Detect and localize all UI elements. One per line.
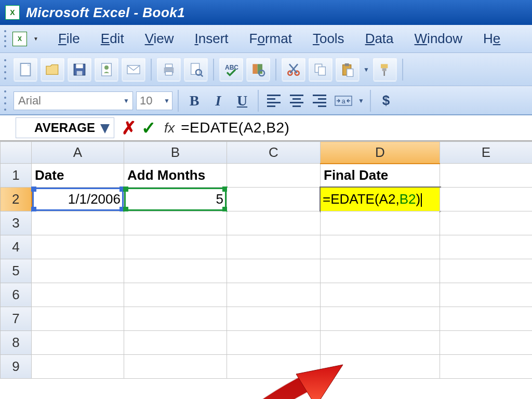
fx-icon[interactable]: fx <box>164 120 175 136</box>
cell-B4[interactable] <box>124 235 227 259</box>
italic-button[interactable]: I <box>208 90 229 111</box>
menu-help[interactable]: He <box>483 31 500 47</box>
cell-B2[interactable]: 5 <box>124 188 227 211</box>
cell-C9[interactable] <box>227 355 321 379</box>
menu-file[interactable]: File <box>58 31 80 47</box>
merge-center-button[interactable]: a <box>332 91 354 111</box>
cell-A2[interactable]: 1/1/2006 <box>32 188 124 211</box>
toolbar-grip-icon[interactable] <box>4 89 8 113</box>
font-selector[interactable]: Arial▼ <box>14 91 133 110</box>
cell-D4[interactable] <box>321 235 440 259</box>
row-header-2[interactable]: 2 <box>1 188 32 211</box>
name-box[interactable]: AVERAGE <box>16 117 114 138</box>
menu-tools[interactable]: Tools <box>313 31 344 47</box>
row-header-5[interactable]: 5 <box>1 259 32 283</box>
cell-A9[interactable] <box>32 355 124 379</box>
toolbar-grip-icon[interactable] <box>4 29 8 49</box>
research-button[interactable] <box>246 58 270 82</box>
cell-E4[interactable] <box>440 235 533 259</box>
cell-C2[interactable] <box>227 188 321 211</box>
cell-B9[interactable] <box>124 355 227 379</box>
align-right-button[interactable] <box>310 91 329 111</box>
row-header-4[interactable]: 4 <box>1 235 32 259</box>
cell-A8[interactable] <box>32 331 124 355</box>
cell-B1[interactable]: Add Months <box>124 164 227 188</box>
row-header-3[interactable]: 3 <box>1 211 32 235</box>
cell-E9[interactable] <box>440 355 533 379</box>
enter-icon[interactable]: ✓ <box>141 117 156 138</box>
menu-edit[interactable]: Edit <box>101 31 124 47</box>
select-all-corner[interactable] <box>1 142 32 164</box>
cell-C6[interactable] <box>227 283 321 307</box>
toolbar-grip-icon[interactable] <box>4 58 8 82</box>
cell-A3[interactable] <box>32 211 124 235</box>
column-header-D[interactable]: D <box>321 142 440 164</box>
formula-input[interactable]: =EDATE(A2,B2) <box>175 119 532 136</box>
format-painter-button[interactable] <box>373 58 397 82</box>
cell-D6[interactable] <box>321 283 440 307</box>
cell-E3[interactable] <box>440 211 533 235</box>
font-size-selector[interactable]: 10▼ <box>136 91 172 110</box>
cancel-icon[interactable]: ✗ <box>122 117 136 138</box>
chevron-down-icon[interactable]: ▼ <box>33 36 38 42</box>
menu-view[interactable]: View <box>145 31 174 47</box>
cell-E2[interactable] <box>440 188 533 211</box>
cell-D3[interactable] <box>321 211 440 235</box>
cell-C7[interactable] <box>227 307 321 331</box>
align-left-button[interactable] <box>264 91 284 111</box>
new-button[interactable] <box>14 58 37 82</box>
menu-window[interactable]: Window <box>415 31 462 47</box>
column-header-E[interactable]: E <box>440 142 533 164</box>
cell-C5[interactable] <box>227 259 321 283</box>
cell-A5[interactable] <box>32 259 124 283</box>
align-center-button[interactable] <box>287 91 307 111</box>
cell-E1[interactable] <box>440 164 533 188</box>
cell-D9[interactable] <box>321 355 440 379</box>
cell-B6[interactable] <box>124 283 227 307</box>
print-button[interactable] <box>157 58 181 82</box>
cell-B5[interactable] <box>124 259 227 283</box>
spelling-button[interactable]: ABC <box>219 58 243 82</box>
open-button[interactable] <box>41 58 64 82</box>
selection-handle-icon[interactable] <box>31 187 36 192</box>
selection-handle-icon[interactable] <box>123 187 128 192</box>
cell-B7[interactable] <box>124 307 227 331</box>
column-header-B[interactable]: B <box>124 142 227 164</box>
column-header-C[interactable]: C <box>227 142 321 164</box>
cell-C8[interactable] <box>227 331 321 355</box>
underline-button[interactable]: U <box>232 90 252 111</box>
cell-D5[interactable] <box>321 259 440 283</box>
row-header-6[interactable]: 6 <box>1 283 32 307</box>
cell-D1[interactable]: Final Date <box>321 164 440 188</box>
merge-dropdown-icon[interactable]: ▼ <box>357 97 365 104</box>
cell-E6[interactable] <box>440 283 533 307</box>
cell-B8[interactable] <box>124 331 227 355</box>
menu-data[interactable]: Data <box>365 31 394 47</box>
menu-insert[interactable]: Insert <box>195 31 229 47</box>
cell-C1[interactable] <box>227 164 321 188</box>
email-button[interactable] <box>122 58 145 82</box>
cell-E5[interactable] <box>440 259 533 283</box>
cell-D7[interactable] <box>321 307 440 331</box>
cell-E7[interactable] <box>440 307 533 331</box>
paste-dropdown-icon[interactable]: ▼ <box>363 66 370 73</box>
save-button[interactable] <box>68 58 91 82</box>
cell-A7[interactable] <box>32 307 124 331</box>
cell-D8[interactable] <box>321 331 440 355</box>
cell-A1[interactable]: Date <box>32 164 124 188</box>
menu-format[interactable]: Format <box>249 31 292 47</box>
currency-button[interactable]: $ <box>376 91 396 111</box>
cell-A6[interactable] <box>32 283 124 307</box>
row-header-8[interactable]: 8 <box>1 331 32 355</box>
cell-E8[interactable] <box>440 331 533 355</box>
column-header-A[interactable]: A <box>32 142 124 164</box>
paste-button[interactable] <box>336 58 360 82</box>
cell-C3[interactable] <box>227 211 321 235</box>
permission-button[interactable] <box>95 58 118 82</box>
document-icon[interactable]: X <box>12 32 27 46</box>
cell-B3[interactable] <box>124 211 227 235</box>
print-preview-button[interactable] <box>184 58 208 82</box>
row-header-9[interactable]: 9 <box>1 355 32 379</box>
bold-button[interactable]: B <box>184 90 205 111</box>
row-header-1[interactable]: 1 <box>1 164 32 188</box>
